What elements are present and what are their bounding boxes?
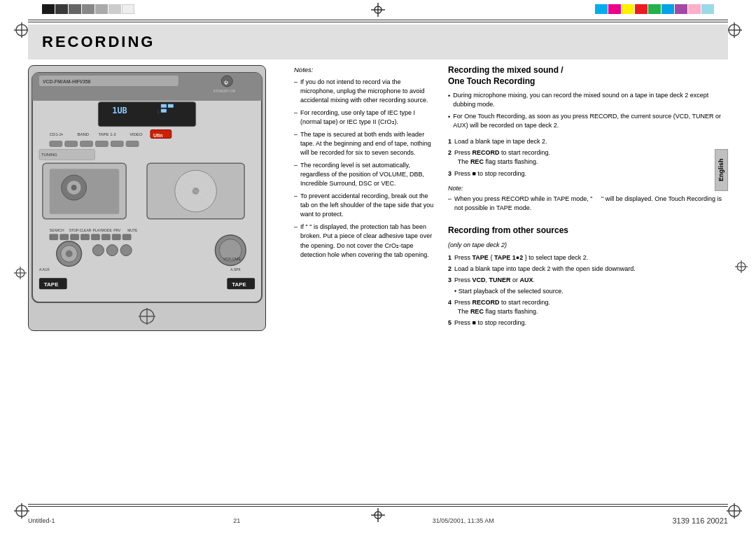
- svg-rect-54: [71, 234, 79, 240]
- svg-point-41: [71, 185, 77, 190]
- svg-text:TAPE: TAPE: [44, 281, 59, 288]
- svg-point-67: [106, 245, 118, 256]
- svg-rect-34: [126, 141, 139, 146]
- svg-rect-52: [50, 234, 58, 240]
- svg-text:PRV: PRV: [113, 229, 121, 232]
- swatch-gray3: [95, 4, 108, 14]
- reg-mark-right: [735, 260, 748, 274]
- step1-2: 2 Press RECORD to start recording. The R…: [448, 148, 728, 167]
- device-area: VCD-FM/AM-HIFI/358 ⏻ STANDBY·ON 1UB :: [28, 65, 280, 499]
- page-title: RECORDING: [42, 33, 155, 51]
- swatch-dark: [55, 4, 68, 14]
- svg-text:VIDEO: VIDEO: [130, 132, 143, 136]
- bullet1: • During microphone mixing, you can reco…: [448, 91, 728, 109]
- title-section: RECORDING: [28, 24, 728, 59]
- svg-text:BAND: BAND: [78, 132, 90, 136]
- reg-mark-bl: [14, 503, 29, 520]
- step2-2: 2 Load a blank tape into tape deck 2 wit…: [448, 265, 728, 274]
- right-column: English Recording the mixed sound / One …: [448, 65, 728, 499]
- swatch-cyan: [595, 4, 608, 14]
- swatch-purple: [675, 4, 687, 14]
- svg-point-68: [120, 245, 132, 256]
- svg-text:⏻: ⏻: [224, 80, 228, 85]
- svg-rect-57: [102, 234, 110, 240]
- bullet2: • For One Touch Recording, as soon as yo…: [448, 112, 728, 130]
- section2-title: Recording from other sources: [448, 225, 728, 237]
- notes-title: Notes:: [294, 65, 434, 75]
- swatch-gray1: [69, 4, 81, 14]
- svg-rect-58: [112, 234, 120, 240]
- svg-rect-30: [65, 141, 78, 146]
- svg-rect-22: [168, 104, 174, 108]
- content-area: VCD-FM/AM-HIFI/358 ⏻ STANDBY·ON 1UB :: [28, 65, 728, 499]
- svg-point-62: [66, 251, 73, 258]
- svg-point-66: [92, 245, 104, 256]
- svg-text:SEARCH: SEARCH: [50, 229, 64, 232]
- swatch-yellow: [622, 4, 634, 14]
- top-rule2: [28, 22, 728, 22]
- svg-text:VOLUME: VOLUME: [223, 257, 241, 261]
- device-image: VCD-FM/AM-HIFI/358 ⏻ STANDBY·ON 1UB :: [28, 65, 266, 331]
- swatch-gray2: [82, 4, 94, 14]
- svg-rect-53: [60, 234, 69, 240]
- crosshair-bottom: [371, 508, 385, 524]
- reg-mark-tr: [727, 22, 742, 39]
- svg-rect-21: [161, 109, 167, 113]
- crosshair-center: [371, 3, 385, 17]
- notes-column: Notes: –If you do not intend to record v…: [294, 65, 434, 499]
- svg-rect-59: [122, 234, 131, 240]
- file-name: Untitled-1: [28, 517, 55, 524]
- english-tab: English: [715, 149, 728, 191]
- svg-text:MUTE: MUTE: [127, 229, 138, 232]
- step2-5: 5 Press ■ to stop recording.: [448, 318, 728, 328]
- notes-text: –If you do not intend to record via the …: [294, 78, 434, 260]
- svg-text:PLAYMODE: PLAYMODE: [92, 229, 112, 232]
- svg-text:VCD-FM/AM-HIFI/358: VCD-FM/AM-HIFI/358: [43, 79, 91, 84]
- step2-3b: 3 • Start playback of the selected sourc…: [448, 287, 728, 296]
- svg-text:STOP-CLEAR: STOP-CLEAR: [69, 229, 92, 232]
- svg-rect-33: [111, 141, 123, 146]
- reg-mark-left: [14, 267, 27, 281]
- reg-mark-br: [727, 503, 742, 520]
- step1-3: 3 Press ■ to stop recording.: [448, 169, 728, 178]
- page-number-center: 21: [233, 517, 240, 524]
- doc-number: 3139 116 20021: [672, 517, 728, 525]
- svg-text:1UB: 1UB: [112, 106, 127, 115]
- swatch-black: [42, 4, 55, 14]
- svg-text:CD1-2•: CD1-2•: [50, 132, 63, 136]
- svg-text:TAPE: TAPE: [232, 281, 246, 288]
- swatch-red: [635, 4, 648, 14]
- swatch-white: [122, 4, 134, 14]
- top-rule: [28, 20, 728, 20]
- reg-mark-tl: [14, 22, 29, 39]
- svg-rect-55: [81, 234, 90, 240]
- swatch-magenta: [608, 4, 621, 14]
- step2-1: 1 Press TAPE { TAPE 1●2 } to select tape…: [448, 253, 728, 262]
- section1-note: Note: – When you press RECORD while in T…: [448, 184, 728, 213]
- swatch-ltblue: [701, 4, 714, 14]
- swatch-green: [648, 4, 661, 14]
- section1-title: Recording the mixed sound / One Touch Re…: [448, 65, 728, 87]
- svg-text:TAPE 1-2: TAPE 1-2: [98, 132, 116, 136]
- swatch-blue: [662, 4, 674, 14]
- swatch-gray4: [108, 4, 121, 14]
- step2-4: 4 Press RECORD to start recording. The R…: [448, 298, 728, 316]
- step2-3: 3 Press VCD, TUNER or AUX.: [448, 276, 728, 285]
- svg-rect-56: [91, 234, 99, 240]
- bottom-rule: [28, 504, 728, 505]
- svg-text:TUNING: TUNING: [41, 153, 57, 157]
- svg-rect-20: [161, 104, 167, 108]
- timestamp: 31/05/2001, 11:35 AM: [433, 517, 494, 524]
- svg-text:Ufin: Ufin: [153, 133, 163, 138]
- svg-text::: :: [158, 108, 159, 115]
- main-content: RECORDING VCD-FM/AM-HIFI/358: [28, 24, 728, 499]
- svg-rect-29: [50, 141, 62, 146]
- svg-text:A.SPK: A.SPK: [230, 268, 241, 272]
- svg-text:STANDBY·ON: STANDBY·ON: [213, 90, 235, 93]
- section-recording-other: Recording from other sources (only on ta…: [448, 225, 728, 328]
- svg-rect-32: [95, 141, 108, 146]
- section-recording-mixed: Recording the mixed sound / One Touch Re…: [448, 65, 728, 213]
- swatch-pink: [688, 4, 701, 14]
- svg-text:A.AUX: A.AUX: [39, 268, 50, 272]
- step1-1: 1 Load a blank tape in tape deck 2.: [448, 137, 728, 146]
